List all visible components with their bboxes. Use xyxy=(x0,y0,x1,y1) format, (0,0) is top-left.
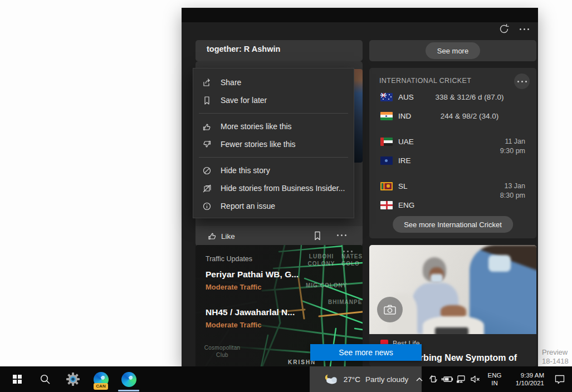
see-more-card: See more xyxy=(369,40,536,61)
traffic-status: Moderate Traffic xyxy=(206,321,261,329)
traffic-status: Moderate Traffic xyxy=(206,283,261,291)
menu-item-hide-source[interactable]: Hide stories from Business Insider... xyxy=(193,179,354,197)
thumbs-down-icon xyxy=(202,140,212,149)
see-more-button[interactable]: See more xyxy=(426,42,480,59)
thumbs-up-icon xyxy=(208,232,217,241)
share-icon xyxy=(202,78,212,87)
show-hidden-icons-chevron[interactable] xyxy=(412,366,426,392)
cricket-more-button[interactable] xyxy=(514,74,530,89)
map-label: LUBOHI COLONY xyxy=(306,253,337,267)
menu-item-label: More stories like this xyxy=(221,122,292,131)
traffic-more-icon[interactable] xyxy=(342,251,354,252)
map-label: BHIMANPE xyxy=(328,298,363,306)
language-secondary: IN xyxy=(482,379,507,387)
battery-charging-icon[interactable] xyxy=(440,366,454,392)
panel-top-strip xyxy=(182,8,538,22)
weather-temp: 27°C xyxy=(344,375,360,384)
flag-uae xyxy=(380,138,393,146)
bookmark-icon[interactable] xyxy=(314,231,321,241)
team-code: ENG xyxy=(398,201,414,209)
weather-widget[interactable]: 27°C Partly cloudy xyxy=(310,366,422,392)
edge-canary-button[interactable]: CAN xyxy=(87,366,115,392)
start-button[interactable] xyxy=(3,366,31,392)
story-action-bar: Like xyxy=(195,226,363,246)
cricket-card-title: INTERNATIONAL CRICKET xyxy=(379,77,471,85)
network-icon[interactable] xyxy=(454,366,468,392)
language-indicator[interactable]: ENG IN xyxy=(482,371,507,387)
match-time: 9:30 pm xyxy=(500,146,525,156)
team-code: IND xyxy=(398,112,411,120)
clock-date: 1/10/2021 xyxy=(507,379,544,387)
clock-time: 9:39 AM xyxy=(507,371,544,379)
bookmark-icon xyxy=(202,96,212,105)
gear-icon xyxy=(66,372,80,386)
action-center-icon xyxy=(554,374,565,384)
ellipsis-icon xyxy=(516,81,528,82)
hide-source-icon xyxy=(202,184,212,193)
flag-ire xyxy=(380,156,393,165)
cricket-card: INTERNATIONAL CRICKET AUS 338 & 312/6 d … xyxy=(369,68,536,238)
taskbar-clock[interactable]: 9:39 AM 1/10/2021 xyxy=(507,371,547,387)
team-code: UAE xyxy=(398,138,414,146)
menu-item-label: Hide stories from Business Insider... xyxy=(221,184,345,193)
system-tray: ENG IN 9:39 AM 1/10/2021 xyxy=(412,366,572,392)
see-more-cricket-button[interactable]: See more International Cricket xyxy=(393,216,513,233)
rotation-lock-icon[interactable] xyxy=(426,366,440,392)
menu-item-label: Save for later xyxy=(221,96,267,105)
traffic-road: NH45 / Jawaharlal N... xyxy=(206,307,295,317)
menu-item-more-stories[interactable]: More stories like this xyxy=(193,117,354,135)
action-center-button[interactable] xyxy=(547,366,572,392)
block-icon xyxy=(202,166,212,175)
like-label: Like xyxy=(221,232,235,241)
menu-item-hide-story[interactable]: Hide this story xyxy=(193,161,354,179)
story-card-top[interactable]: together: R Ashwin xyxy=(195,40,363,61)
volume-muted-icon[interactable] xyxy=(468,366,482,392)
flag-eng xyxy=(380,201,393,209)
flag-aus xyxy=(380,93,393,101)
ellipsis-icon xyxy=(519,28,530,30)
camera-icon xyxy=(377,297,403,322)
menu-item-save-for-later[interactable]: Save for later xyxy=(193,91,354,109)
map-label: Cosmopolitan Club xyxy=(201,344,243,359)
cricket-row-ind[interactable]: IND 244 & 98/2 (34.0) xyxy=(380,110,525,121)
team-score: 338 & 312/6 d (87.0) xyxy=(425,93,514,101)
edge-button[interactable] xyxy=(115,366,143,392)
menu-item-label: Hide this story xyxy=(221,166,270,175)
canary-badge: CAN xyxy=(94,383,108,390)
menu-item-label: Fewer stories like this xyxy=(221,140,296,149)
story-context-menu: Share Save for later More stories like t… xyxy=(193,68,354,218)
partly-cloudy-night-icon xyxy=(323,374,339,385)
refresh-icon[interactable] xyxy=(498,23,510,35)
menu-item-fewer-stories[interactable]: Fewer stories like this xyxy=(193,135,354,153)
story-more-icon[interactable] xyxy=(336,234,348,236)
cricket-row-eng[interactable]: ENG xyxy=(380,199,525,210)
match-schedule: 11 Jan 9:30 pm xyxy=(500,137,525,156)
like-button[interactable]: Like xyxy=(208,232,235,241)
weather-condition: Partly cloudy xyxy=(365,375,408,384)
flag-sl xyxy=(380,182,393,190)
menu-item-share[interactable]: Share xyxy=(193,74,354,91)
search-button[interactable] xyxy=(31,366,59,392)
panel-more-icon[interactable] xyxy=(517,24,531,33)
traffic-road: Periyar Pathai WB, G... xyxy=(206,270,299,280)
see-more-news-button[interactable]: See more news xyxy=(310,344,422,361)
match-time: 8:30 pm xyxy=(500,191,525,200)
active-app-indicator xyxy=(118,390,139,391)
match-date: 11 Jan xyxy=(500,137,525,146)
taskbar-left-icons: CAN xyxy=(0,366,143,392)
menu-separator xyxy=(199,113,348,114)
settings-button[interactable] xyxy=(59,366,87,392)
cricket-row-aus[interactable]: AUS 338 & 312/6 d (87.0) xyxy=(380,91,525,102)
map-label: MIG COLONY xyxy=(306,282,363,289)
news-feed-panel: together: R Ashwin See more Like Sha xyxy=(182,8,538,366)
team-code: SL xyxy=(398,182,408,190)
map-label: NATES COLO xyxy=(341,253,363,267)
taskbar: CAN 27°C Partly cloudy xyxy=(0,366,572,392)
team-score: 244 & 98/2 (34.0) xyxy=(425,112,514,120)
menu-item-label: Report an issue xyxy=(221,202,275,210)
menu-item-report-issue[interactable]: Report an issue xyxy=(193,197,354,215)
cricket-row-ire[interactable]: IRE xyxy=(380,155,525,166)
info-icon xyxy=(202,202,212,211)
search-icon xyxy=(40,374,51,385)
language-primary: ENG xyxy=(482,371,507,379)
